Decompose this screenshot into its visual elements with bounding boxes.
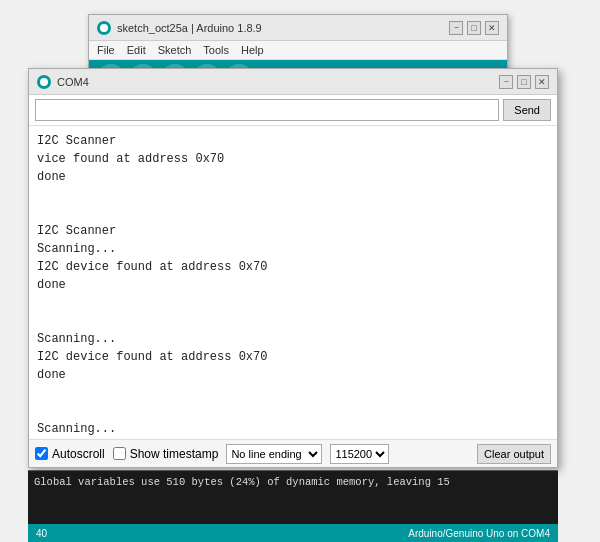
serial-output-line: I2C Scanner xyxy=(37,132,549,150)
arduino-close-button[interactable]: ✕ xyxy=(485,21,499,35)
serial-output-line: I2C device found at address 0x70 xyxy=(37,348,549,366)
serial-output-line: I2C device found at address 0x70 xyxy=(37,258,549,276)
arduino-minimize-button[interactable]: － xyxy=(449,21,463,35)
menu-edit[interactable]: Edit xyxy=(127,44,146,56)
serial-title-left: COM4 xyxy=(37,75,89,89)
serial-window-controls: － □ ✕ xyxy=(499,75,549,89)
serial-output-line xyxy=(37,204,549,222)
status-board-info: Arduino/Genuino Uno on COM4 xyxy=(408,528,550,539)
serial-output-line: I2C Scanner xyxy=(37,222,549,240)
autoscroll-checkbox[interactable] xyxy=(35,447,48,460)
arduino-window-controls: － □ ✕ xyxy=(449,21,499,35)
serial-output-line: done xyxy=(37,168,549,186)
serial-output-line: Scanning... xyxy=(37,330,549,348)
serial-output-line: vice found at address 0x70 xyxy=(37,150,549,168)
arduino-titlebar: sketch_oct25a | Arduino 1.8.9 － □ ✕ xyxy=(89,15,507,41)
arduino-restore-button[interactable]: □ xyxy=(467,21,481,35)
compiler-output-text: Global variables use 510 bytes (24%) of … xyxy=(28,471,558,495)
status-bar: 40 Arduino/Genuino Uno on COM4 xyxy=(28,524,558,542)
clear-output-button[interactable]: Clear output xyxy=(477,444,551,464)
baud-select[interactable]: 3001200240048009600192003840057600748801… xyxy=(330,444,389,464)
arduino-window-title: sketch_oct25a | Arduino 1.8.9 xyxy=(117,22,262,34)
timestamp-group: Show timestamp xyxy=(113,447,219,461)
menu-tools[interactable]: Tools xyxy=(203,44,229,56)
serial-output-line xyxy=(37,312,549,330)
serial-window-title: COM4 xyxy=(57,76,89,88)
serial-output-line: Scanning... xyxy=(37,420,549,438)
status-line-number: 40 xyxy=(36,528,47,539)
serial-footer: Autoscroll Show timestamp No line ending… xyxy=(29,439,557,467)
menu-help[interactable]: Help xyxy=(241,44,264,56)
serial-output-line: Scanning... xyxy=(37,240,549,258)
autoscroll-label: Autoscroll xyxy=(52,447,105,461)
serial-output-line xyxy=(37,294,549,312)
serial-close-button[interactable]: ✕ xyxy=(535,75,549,89)
serial-restore-button[interactable]: □ xyxy=(517,75,531,89)
arduino-title-left: sketch_oct25a | Arduino 1.8.9 xyxy=(97,21,262,35)
serial-monitor-titlebar: COM4 － □ ✕ xyxy=(29,69,557,95)
serial-input-row: Send xyxy=(29,95,557,126)
serial-input[interactable] xyxy=(35,99,499,121)
serial-output-line: done xyxy=(37,366,549,384)
timestamp-checkbox[interactable] xyxy=(113,447,126,460)
serial-arduino-icon xyxy=(37,75,51,89)
serial-output-line: done xyxy=(37,276,549,294)
serial-output-line xyxy=(37,402,549,420)
arduino-app-icon xyxy=(97,21,111,35)
autoscroll-group: Autoscroll xyxy=(35,447,105,461)
arduino-menubar: File Edit Sketch Tools Help xyxy=(89,41,507,60)
timestamp-label: Show timestamp xyxy=(130,447,219,461)
line-ending-select[interactable]: No line endingNewlineCarriage returnBoth… xyxy=(226,444,322,464)
serial-output: I2C Scannervice found at address 0x70don… xyxy=(29,126,557,439)
compiler-line1: Global variables use 510 bytes (24%) of … xyxy=(34,476,450,488)
serial-output-line xyxy=(37,384,549,402)
menu-file[interactable]: File xyxy=(97,44,115,56)
serial-minimize-button[interactable]: － xyxy=(499,75,513,89)
menu-sketch[interactable]: Sketch xyxy=(158,44,192,56)
serial-output-line xyxy=(37,186,549,204)
send-button[interactable]: Send xyxy=(503,99,551,121)
serial-monitor-window: COM4 － □ ✕ Send I2C Scannervice found at… xyxy=(28,68,558,468)
